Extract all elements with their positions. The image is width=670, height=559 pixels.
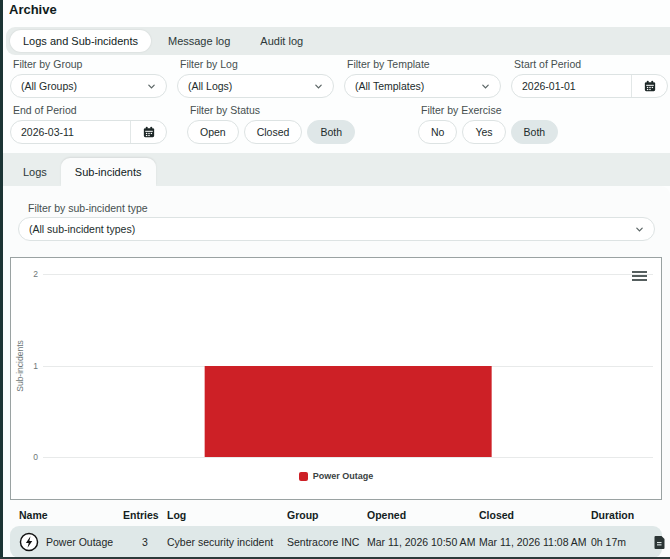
status-closed-button[interactable]: Closed [244, 120, 303, 144]
filter-template-label: Filter by Template [347, 58, 501, 70]
filter-group-label: Filter by Group [13, 58, 167, 70]
chevron-down-icon [635, 225, 644, 234]
status-open-button[interactable]: Open [187, 120, 239, 144]
chevron-down-icon [147, 82, 156, 91]
exercise-segmented-control: No Yes Both [418, 120, 558, 144]
filter-exercise-label: Filter by Exercise [421, 104, 558, 116]
start-of-period-label: Start of Period [514, 58, 668, 70]
sub-incidents-table: Name Entries Log Group Opened Closed Dur… [10, 504, 662, 558]
row-duration: 0h 17m [591, 536, 647, 548]
chart-plot-area: 2 1 0 Sub-incidents [43, 274, 653, 457]
chart-legend[interactable]: Power Outage [11, 471, 661, 481]
filter-group-select[interactable]: (All Groups) [10, 74, 167, 98]
end-of-period-label: End of Period [13, 104, 167, 116]
col-opened: Opened [367, 509, 479, 521]
filter-log-label: Filter by Log [180, 58, 334, 70]
legend-swatch [299, 472, 308, 481]
tab-audit-log[interactable]: Audit log [247, 30, 316, 52]
tab-sub-incidents[interactable]: Sub-incidents [61, 158, 156, 186]
exercise-no-button[interactable]: No [418, 120, 457, 144]
calendar-button[interactable] [631, 75, 667, 97]
tab-logs-and-sub-incidents[interactable]: Logs and Sub-incidents [10, 30, 151, 52]
document-icon[interactable] [654, 536, 665, 549]
row-closed: Mar 11, 2026 11:08 AM [479, 536, 591, 548]
tab-logs[interactable]: Logs [9, 158, 61, 186]
bar-power-outage[interactable] [205, 366, 492, 458]
col-closed: Closed [479, 509, 591, 521]
chevron-down-icon [481, 82, 490, 91]
calendar-icon [644, 80, 656, 92]
page-title: Archive [9, 2, 57, 17]
gridline [43, 274, 653, 275]
tab-message-log[interactable]: Message log [155, 30, 243, 52]
filter-template-value: (All Templates) [355, 80, 424, 92]
y-tick-2: 2 [16, 269, 38, 279]
start-of-period-input[interactable] [512, 75, 622, 97]
exercise-both-button[interactable]: Both [511, 120, 559, 144]
filter-log-select[interactable]: (All Logs) [177, 74, 334, 98]
col-log: Log [167, 509, 287, 521]
row-opened: Mar 11, 2026 10:50 AM [367, 536, 479, 548]
exercise-yes-button[interactable]: Yes [462, 120, 505, 144]
col-name: Name [19, 509, 123, 521]
table-row[interactable]: Power Outage 3 Cyber security incident S… [10, 526, 662, 558]
row-log: Cyber security incident [167, 536, 287, 548]
end-of-period-input[interactable] [11, 121, 121, 143]
row-group: Sentracore INC [287, 536, 367, 548]
col-group: Group [287, 509, 367, 521]
sub-incidents-chart: 2 1 0 Sub-incidents Power Outage [10, 257, 662, 500]
sub-incidents-panel: Filter by sub-incident type (All sub-inc… [3, 186, 670, 557]
status-segmented-control: Open Closed Both [187, 120, 355, 144]
calendar-icon [143, 126, 155, 138]
col-entries: Entries [123, 509, 167, 521]
archive-page: Archive Logs and Sub-incidents Message l… [0, 0, 670, 559]
y-axis-title: Sub-incidents [15, 340, 25, 392]
sub-incident-type-label: Filter by sub-incident type [28, 202, 148, 214]
filters-section: Filter by Group (All Groups) Filter by L… [10, 58, 662, 144]
end-of-period-field [10, 120, 167, 144]
filter-template-select[interactable]: (All Templates) [344, 74, 501, 98]
lightning-bolt-icon [19, 532, 39, 552]
sub-incident-type-select[interactable]: (All sub-incident types) [18, 217, 655, 241]
filter-group-value: (All Groups) [21, 80, 77, 92]
top-tab-bar: Logs and Sub-incidents Message log Audit… [6, 27, 670, 55]
sub-incident-type-value: (All sub-incident types) [29, 223, 135, 235]
status-both-button[interactable]: Both [307, 120, 355, 144]
sub-tab-bar: Logs Sub-incidents [3, 153, 670, 186]
chevron-down-icon [314, 82, 323, 91]
table-header-row: Name Entries Log Group Opened Closed Dur… [10, 504, 662, 526]
gridline [43, 457, 653, 458]
row-name: Power Outage [46, 536, 113, 548]
row-entries: 3 [123, 536, 167, 548]
y-tick-0: 0 [16, 452, 38, 462]
calendar-button[interactable] [130, 121, 166, 143]
start-of-period-field [511, 74, 668, 98]
legend-label: Power Outage [313, 471, 374, 481]
hamburger-icon [632, 271, 647, 273]
filter-status-label: Filter by Status [190, 104, 355, 116]
col-duration: Duration [591, 509, 647, 521]
filter-log-value: (All Logs) [188, 80, 232, 92]
